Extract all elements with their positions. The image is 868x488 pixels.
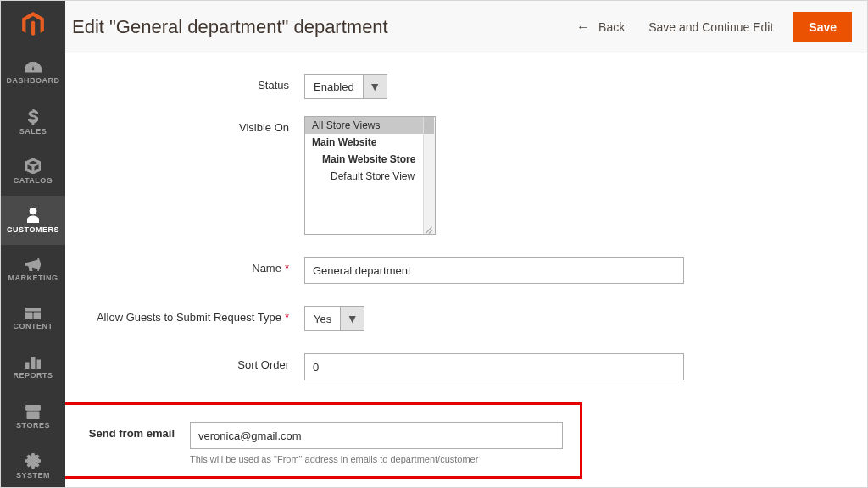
nav-label: CATALOG: [14, 176, 53, 185]
save-button[interactable]: Save: [793, 12, 852, 42]
nav-customers[interactable]: CUSTOMERS: [1, 196, 65, 245]
nav-label: SALES: [19, 127, 47, 136]
nav-dashboard[interactable]: DASHBOARD: [1, 48, 65, 97]
send-from-hint: This will be used as "From" address in e…: [190, 454, 563, 464]
form-body: Status Enabled ▼ Visible On All Store Vi…: [65, 53, 867, 487]
guests-label: Allow Guests to Submit Request Type*: [91, 306, 304, 324]
store-option-main-website[interactable]: Main Website: [305, 134, 435, 151]
nav-sales[interactable]: SALES: [1, 97, 65, 147]
nav-label: SYSTEM: [16, 471, 50, 480]
content-area: Edit "General department" department ← B…: [65, 1, 867, 487]
field-row-guests: Allow Guests to Submit Request Type* Yes…: [91, 306, 842, 331]
store-views-listbox[interactable]: All Store Views Main Website Main Websit…: [304, 116, 436, 235]
nav-catalog[interactable]: CATALOG: [1, 147, 65, 196]
dollar-icon: [28, 109, 38, 125]
svg-rect-0: [25, 363, 29, 369]
person-icon: [27, 208, 39, 223]
gear-icon: [25, 453, 41, 469]
field-row-send-email: Send from email This will be used as "Fr…: [65, 422, 563, 464]
chevron-down-icon[interactable]: ▼: [364, 74, 387, 99]
page-title: Edit "General department" department: [72, 16, 565, 38]
name-input[interactable]: [304, 257, 684, 284]
nav-stores[interactable]: STORES: [1, 392, 65, 441]
status-label: Status: [91, 74, 304, 92]
nav-label: CONTENT: [14, 322, 53, 330]
field-row-visible: Visible On All Store Views Main Website …: [91, 116, 842, 235]
svg-rect-2: [37, 360, 41, 369]
status-select[interactable]: Enabled ▼: [304, 74, 387, 99]
guests-value: Yes: [304, 306, 341, 331]
nav-content[interactable]: CONTENT: [1, 294, 65, 343]
sort-order-input[interactable]: [304, 353, 684, 380]
visible-label: Visible On: [91, 116, 304, 134]
highlighted-section: Send from email This will be used as "Fr…: [65, 402, 582, 479]
send-from-label: Send from email: [65, 422, 190, 440]
svg-rect-1: [31, 357, 35, 369]
store-option-all[interactable]: All Store Views: [305, 117, 435, 134]
nav-label: STORES: [16, 421, 50, 430]
gauge-icon: [25, 62, 42, 74]
page-header: Edit "General department" department ← B…: [65, 1, 867, 53]
status-value: Enabled: [304, 74, 364, 99]
box-icon: [25, 158, 41, 174]
resize-handle-icon[interactable]: [423, 222, 435, 234]
bars-icon: [25, 357, 41, 369]
send-from-email-input[interactable]: [190, 422, 563, 449]
nav-label: DASHBOARD: [7, 76, 60, 85]
store-option-default-view[interactable]: Default Store View: [305, 168, 435, 185]
store-option-main-store[interactable]: Main Website Store: [305, 151, 435, 168]
nav-marketing[interactable]: MARKETING: [1, 245, 65, 294]
field-row-name: Name*: [91, 257, 842, 284]
nav-label: MARKETING: [8, 274, 58, 282]
admin-sidebar: DASHBOARD SALES CATALOG CUSTOMERS MARKET…: [1, 1, 65, 487]
back-label: Back: [598, 20, 625, 34]
field-row-sort: Sort Order: [91, 353, 842, 380]
guests-select[interactable]: Yes ▼: [304, 306, 364, 331]
nav-reports[interactable]: REPORTS: [1, 343, 65, 392]
arrow-left-icon: ←: [576, 19, 590, 35]
store-icon: [25, 405, 41, 419]
chevron-down-icon[interactable]: ▼: [341, 306, 364, 331]
scrollbar-thumb[interactable]: [424, 117, 434, 134]
nav-label: CUSTOMERS: [7, 225, 59, 234]
nav-system[interactable]: SYSTEM: [1, 441, 65, 488]
magento-logo[interactable]: [1, 1, 65, 48]
layout-icon: [25, 308, 41, 319]
nav-label: REPORTS: [13, 371, 53, 380]
back-button[interactable]: ← Back: [576, 19, 625, 35]
sort-label: Sort Order: [91, 353, 304, 371]
name-label: Name*: [91, 257, 304, 274]
field-row-status: Status Enabled ▼: [91, 74, 842, 99]
save-continue-button[interactable]: Save and Continue Edit: [648, 20, 773, 34]
scrollbar-track[interactable]: [423, 117, 435, 234]
megaphone-icon: [25, 258, 41, 271]
